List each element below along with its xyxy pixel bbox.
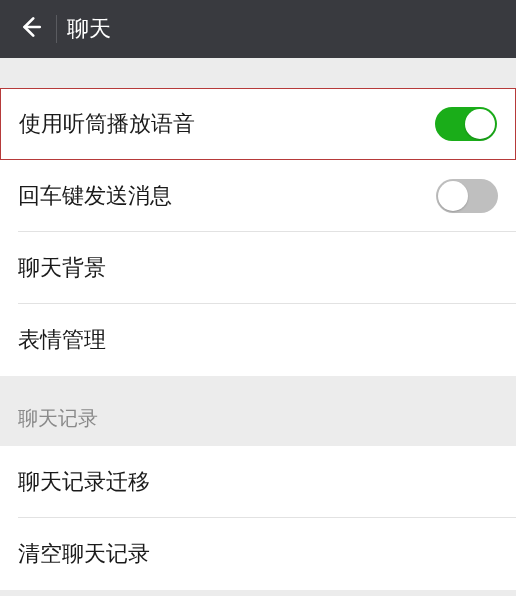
row-label: 聊天记录迁移 <box>18 467 150 497</box>
row-label: 聊天背景 <box>18 253 106 283</box>
header: 聊天 <box>0 0 516 58</box>
row-enter-send[interactable]: 回车键发送消息 <box>0 160 516 232</box>
row-chat-background[interactable]: 聊天背景 <box>0 232 516 304</box>
back-arrow-icon <box>17 14 43 44</box>
back-button[interactable] <box>10 9 50 49</box>
row-label: 清空聊天记录 <box>18 539 150 569</box>
header-divider <box>56 15 57 43</box>
row-sticker-manage[interactable]: 表情管理 <box>0 304 516 376</box>
row-earpiece-voice[interactable]: 使用听筒播放语音 <box>0 88 516 160</box>
history-list: 聊天记录迁移 清空聊天记录 <box>0 446 516 590</box>
row-label: 表情管理 <box>18 325 106 355</box>
settings-list: 使用听筒播放语音 回车键发送消息 聊天背景 表情管理 <box>0 88 516 376</box>
row-label: 回车键发送消息 <box>18 181 172 211</box>
row-history-migrate[interactable]: 聊天记录迁移 <box>0 446 516 518</box>
toggle-enter-send[interactable] <box>436 179 498 213</box>
toggle-knob <box>438 181 468 211</box>
row-label: 使用听筒播放语音 <box>19 109 195 139</box>
section-header-history: 聊天记录 <box>0 376 516 446</box>
row-history-clear[interactable]: 清空聊天记录 <box>0 518 516 590</box>
toggle-knob <box>465 109 495 139</box>
top-gap <box>0 58 516 88</box>
page-title: 聊天 <box>67 14 111 44</box>
section-header-label: 聊天记录 <box>18 405 98 432</box>
toggle-earpiece-voice[interactable] <box>435 107 497 141</box>
